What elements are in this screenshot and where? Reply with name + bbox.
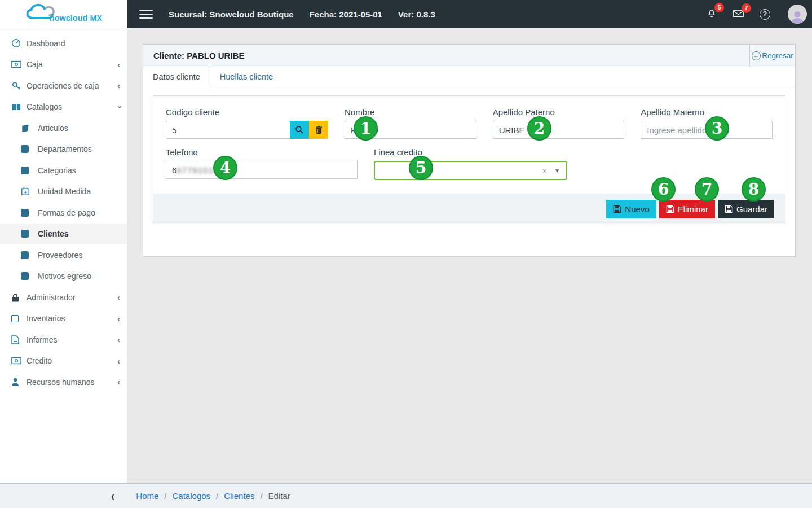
sidebar-item-unidad-medida[interactable]: Unidad Medida — [0, 181, 127, 203]
chevron-left-icon: ‹ — [117, 293, 120, 301]
lock-icon — [11, 293, 27, 302]
help-button[interactable]: ? — [760, 9, 770, 20]
save-icon — [666, 205, 674, 213]
nombre-label: Nombre — [345, 107, 476, 117]
breadcrumb-catalogos[interactable]: Catalogos — [173, 491, 211, 501]
apellido-paterno-input[interactable] — [493, 121, 625, 139]
chevron-left-icon: ‹ — [117, 314, 120, 323]
key-icon — [11, 81, 27, 90]
page-background: Cliente: PABLO URIBE ← Regresar Datos cl… — [127, 28, 812, 483]
breadcrumb-separator: / — [260, 491, 262, 501]
tab-datos-cliente[interactable]: Datos cliente — [143, 67, 210, 86]
back-arrow-icon: ← — [752, 51, 761, 60]
annotation-3: 3 — [705, 116, 729, 141]
sidebar: nowcloud MX Dashboard Caja ‹ — [0, 0, 127, 483]
notifications-button[interactable]: 5 — [706, 7, 717, 21]
user-avatar[interactable] — [788, 5, 807, 24]
save-icon — [725, 205, 733, 213]
books-icon — [11, 103, 27, 111]
sidebar-item-clientes[interactable]: Clientes — [0, 224, 127, 245]
telefono-field: Telefono 667791015 — [166, 147, 358, 180]
sidebar-item-operaciones-de-caja[interactable]: Operaciones de caja ‹ — [0, 75, 127, 97]
sidebar-item-articulos[interactable]: Articulos — [0, 117, 127, 139]
messages-button[interactable]: 7 — [732, 8, 744, 20]
client-card: Cliente: PABLO URIBE ← Regresar Datos cl… — [143, 44, 796, 257]
regresar-button[interactable]: ← Regresar — [749, 45, 795, 67]
nuevo-button[interactable]: Nuevo — [606, 200, 656, 218]
sidebar-item-inventarios[interactable]: Inventarios ‹ — [0, 308, 127, 330]
codigo-cliente-field: Codigo cliente — [166, 107, 328, 139]
breadcrumb-editar: Editar — [268, 491, 290, 501]
guardar-button[interactable]: Guardar — [718, 200, 774, 218]
sidebar-item-formas-de-pago[interactable]: Formas de pago — [0, 202, 127, 224]
dashboard-icon — [11, 38, 27, 48]
person-icon — [11, 378, 27, 386]
blurred-phone-digits: 67791015 — [176, 165, 219, 175]
notifications-badge: 5 — [714, 3, 724, 12]
sidebar-item-credito[interactable]: Credito ‹ — [0, 351, 127, 372]
breadcrumb: Home / Catalogos / Clientes / Editar — [136, 491, 290, 501]
clear-icon[interactable]: × — [542, 166, 547, 176]
page-title: Cliente: PABLO URIBE — [143, 45, 749, 67]
card-header: Cliente: PABLO URIBE ← Regresar — [143, 45, 795, 67]
annotation-7: 7 — [695, 177, 719, 202]
sidebar-item-motivos-egreso[interactable]: Motivos egreso — [0, 266, 127, 287]
chevron-down-icon: ‹ — [114, 106, 123, 108]
messages-badge: 7 — [742, 3, 751, 13]
banknote-icon — [11, 357, 27, 365]
avatar-person-icon — [790, 9, 805, 24]
tab-huellas-cliente[interactable]: Huellas cliente — [210, 67, 283, 86]
annotation-8: 8 — [742, 177, 766, 202]
chevron-left-icon: ‹ — [117, 378, 120, 386]
chevron-left-icon: ‹ — [117, 60, 120, 69]
sidebar-item-informes[interactable]: Informes ‹ — [0, 329, 127, 351]
form-panel: Codigo cliente — [153, 95, 785, 224]
annotation-2: 2 — [527, 116, 551, 141]
version-label: Ver: 0.8.3 — [398, 10, 435, 19]
topbar: Sucursal: Snowcloud Boutique Fecha: 2021… — [127, 0, 812, 28]
sidebar-item-recursos-humanos[interactable]: Recursos humanos ‹ — [0, 371, 127, 393]
help-icon: ? — [760, 9, 770, 20]
tab-bar: Datos cliente Huellas cliente — [143, 67, 795, 86]
tab-content: Codigo cliente — [143, 86, 795, 256]
sidebar-item-catalogos[interactable]: Catalogos ‹ — [0, 97, 127, 118]
chevron-left-icon: ‹ — [117, 81, 120, 90]
sidebar-collapse-icon[interactable]: ‹ — [111, 488, 114, 504]
telefono-input[interactable]: 667791015 — [166, 161, 358, 179]
fecha-label: Fecha: 2021-05-01 — [310, 10, 382, 19]
banknote-icon — [11, 60, 27, 68]
sidebar-item-categorias[interactable]: Categorias — [0, 160, 127, 181]
sidebar-item-caja[interactable]: Caja ‹ — [0, 54, 127, 76]
apellido-materno-label: Apellido Materno — [641, 107, 773, 117]
delete-code-button[interactable] — [309, 121, 328, 139]
telefono-label: Telefono — [166, 147, 358, 157]
linea-credito-select[interactable]: × ▼ — [374, 161, 567, 180]
form-actions: Nuevo Eliminar Guardar — [153, 194, 785, 224]
eliminar-button[interactable]: Eliminar — [659, 200, 715, 218]
sidebar-item-departamentos[interactable]: Departamentos — [0, 139, 127, 160]
breadcrumb-bar: ‹ Home / Catalogos / Clientes / Editar — [0, 483, 812, 508]
sidebar-item-proveedores[interactable]: Proveedores — [0, 244, 127, 266]
logo[interactable]: nowcloud MX — [0, 0, 127, 28]
breadcrumb-clientes[interactable]: Clientes — [224, 491, 254, 501]
breadcrumb-home[interactable]: Home — [136, 491, 158, 501]
square-icon — [21, 272, 38, 280]
linea-credito-field: Linea credito × ▼ — [374, 147, 567, 180]
search-button[interactable] — [290, 121, 309, 139]
breadcrumb-separator: / — [216, 491, 218, 501]
logo-text: nowcloud MX — [50, 14, 102, 23]
annotation-5: 5 — [409, 156, 433, 180]
calendar-plus-icon — [21, 187, 38, 196]
sidebar-item-dashboard[interactable]: Dashboard — [0, 33, 127, 54]
sidebar-item-administrador[interactable]: Administrador ‹ — [0, 287, 127, 308]
caret-down-icon[interactable]: ▼ — [554, 168, 560, 174]
annotation-4: 4 — [213, 156, 237, 180]
hamburger-menu-icon[interactable] — [139, 10, 153, 19]
apellido-paterno-field: Apellido Paterno — [493, 107, 625, 139]
trash-icon — [315, 126, 323, 134]
chevron-left-icon: ‹ — [117, 357, 120, 365]
document-icon — [11, 335, 27, 344]
square-icon — [21, 209, 38, 217]
apellido-paterno-label: Apellido Paterno — [493, 107, 625, 117]
codigo-cliente-input[interactable] — [166, 121, 290, 139]
